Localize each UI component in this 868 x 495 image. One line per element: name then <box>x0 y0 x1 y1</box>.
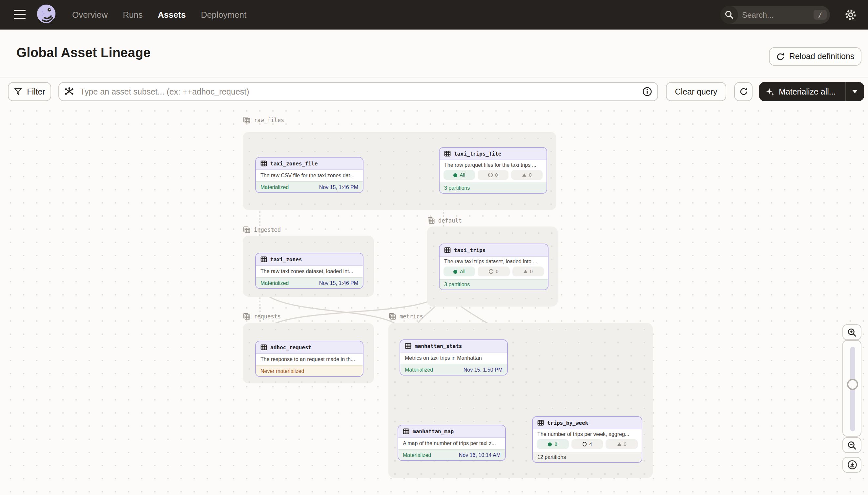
partitions-failed-badge: 0 <box>512 267 544 276</box>
filter-button[interactable]: Filter <box>8 82 51 101</box>
asset-description: The raw taxi zones dataset, loaded int..… <box>256 266 363 277</box>
failed-triangle-icon <box>523 270 527 273</box>
page-title: Global Asset Lineage <box>16 45 150 61</box>
table-icon <box>261 256 267 262</box>
failed-triangle-icon <box>522 173 526 176</box>
lineage-toolbar: Filter Clear query <box>0 78 868 108</box>
group-tables-icon <box>243 312 251 320</box>
clear-query-button[interactable]: Clear query <box>666 82 726 101</box>
settings-gear-icon[interactable] <box>844 8 857 21</box>
asset-name: taxi_zones <box>270 256 302 262</box>
zoom-out-icon <box>847 440 857 450</box>
tab-deployment[interactable]: Deployment <box>201 10 246 20</box>
group-tables-icon <box>427 217 435 224</box>
materialized-dot-icon <box>548 442 552 446</box>
refresh-icon <box>739 87 748 96</box>
nav-tabs: Overview Runs Assets Deployment <box>72 0 246 30</box>
asset-node-taxi_trips[interactable]: taxi_trips The raw taxi trips dataset, l… <box>439 243 548 290</box>
asset-name: taxi_zones_file <box>270 160 318 167</box>
partitions-failed-badge: 0 <box>606 439 638 449</box>
download-icon <box>847 460 857 470</box>
partitions-missing-badge: 4 <box>571 439 603 449</box>
chevron-down-icon <box>852 90 857 93</box>
asset-node-manhattan_stats[interactable]: manhattan_stats Metrics on taxi trips in… <box>400 339 508 376</box>
asset-description: Metrics on taxi trips in Manhattan <box>400 353 507 364</box>
missing-ring-icon <box>582 442 587 446</box>
partitions-footer: 3 partitions <box>440 183 547 193</box>
filter-funnel-icon <box>14 87 22 96</box>
never-materialized-footer: Never materialized <box>256 365 363 376</box>
zoom-in-icon <box>847 327 857 337</box>
asset-node-trips_by_week[interactable]: trips_by_week The number of trips per we… <box>532 416 642 463</box>
group-label-default: default <box>427 217 462 224</box>
tab-assets[interactable]: Assets <box>158 10 186 20</box>
partitions-missing-badge: 0 <box>477 170 509 180</box>
asset-description: The response to an request made in th... <box>256 354 363 365</box>
materialized-status: Materialized <box>261 184 289 190</box>
reload-definitions-button[interactable]: Reload definitions <box>769 47 862 66</box>
search-shortcut-badge: / <box>814 10 827 20</box>
failed-triangle-icon <box>617 443 621 446</box>
refresh-graph-button[interactable] <box>734 82 752 101</box>
refresh-icon <box>776 52 785 61</box>
materialized-timestamp: Nov 15, 1:50 PM <box>463 366 502 373</box>
asset-description: The number of trips per week, aggreg... <box>533 429 642 439</box>
dagster-logo[interactable] <box>35 3 58 26</box>
asset-status-footer: Materialized Nov 15, 1:50 PM <box>400 364 507 375</box>
materialized-timestamp: Nov 15, 1:46 PM <box>319 184 358 190</box>
zoom-slider-thumb[interactable] <box>847 379 858 390</box>
asset-node-taxi_zones_file[interactable]: taxi_zones_file The raw CSV file for the… <box>255 157 364 193</box>
asset-description: The raw CSV file for the taxi zones dat.… <box>256 170 363 181</box>
table-icon <box>403 428 409 434</box>
download-image-button[interactable] <box>843 457 862 473</box>
partition-badges: 8 4 0 <box>533 439 642 452</box>
zoom-slider <box>843 340 862 437</box>
group-tables-icon <box>388 312 396 320</box>
asset-description: The raw parquet files for the taxi trips… <box>440 160 547 170</box>
asset-name: manhattan_stats <box>415 343 462 349</box>
global-search[interactable]: / <box>720 6 830 24</box>
tab-runs[interactable]: Runs <box>123 10 143 20</box>
asset-status-footer: Materialized Nov 15, 1:46 PM <box>256 277 363 288</box>
asset-description: A map of the number of trips per taxi z.… <box>398 438 505 449</box>
search-icon <box>720 6 738 24</box>
asset-name: adhoc_request <box>270 344 311 350</box>
asset-node-manhattan_map[interactable]: manhattan_map A map of the number of tri… <box>397 425 506 461</box>
asset-node-taxi_trips_file[interactable]: taxi_trips_file The raw parquet files fo… <box>439 147 547 194</box>
table-icon <box>405 343 411 349</box>
top-nav: Overview Runs Assets Deployment / <box>0 0 868 30</box>
partitions-failed-badge: 0 <box>511 170 543 180</box>
asset-query-field <box>58 82 658 101</box>
zoom-in-button[interactable] <box>843 324 862 340</box>
partitions-materialized-badge: All <box>444 267 475 276</box>
partitions-missing-badge: 0 <box>478 267 510 276</box>
tab-overview[interactable]: Overview <box>72 10 108 20</box>
materialized-timestamp: Nov 15, 1:46 PM <box>319 280 358 286</box>
asset-node-taxi_zones[interactable]: taxi_zones The raw taxi zones dataset, l… <box>255 253 364 289</box>
dagster-app: Overview Runs Assets Deployment / Global… <box>0 0 868 495</box>
materialize-dropdown-toggle[interactable] <box>846 90 864 93</box>
group-label-raw_files: raw_files <box>243 116 284 124</box>
hamburger-menu-icon[interactable] <box>14 10 25 19</box>
zoom-out-button[interactable] <box>843 437 862 453</box>
asset-node-adhoc_request[interactable]: adhoc_request The response to an request… <box>255 341 364 377</box>
table-icon <box>444 247 451 253</box>
table-icon <box>261 344 267 351</box>
materialize-all-button[interactable]: Materialize all... <box>759 82 864 101</box>
asset-name: taxi_trips_file <box>454 151 501 157</box>
partitions-materialized-badge: All <box>444 170 475 180</box>
asset-status-footer: Materialized Nov 15, 1:46 PM <box>256 181 363 192</box>
group-label-metrics: metrics <box>388 312 423 320</box>
lineage-canvas[interactable]: raw_files ingested default <box>0 108 868 495</box>
missing-ring-icon <box>488 173 492 177</box>
asset-subset-icon <box>64 87 74 97</box>
partition-badges: All 0 0 <box>440 170 547 183</box>
group-label-requests: requests <box>243 312 281 320</box>
materialized-status: Materialized <box>405 366 433 373</box>
page-header: Global Asset Lineage Reload definitions <box>0 30 868 78</box>
asset-query-input[interactable] <box>79 86 638 97</box>
info-icon[interactable] <box>642 87 652 97</box>
partitions-footer: 3 partitions <box>440 279 548 290</box>
group-label-ingested: ingested <box>243 226 281 234</box>
search-input[interactable] <box>738 10 814 19</box>
